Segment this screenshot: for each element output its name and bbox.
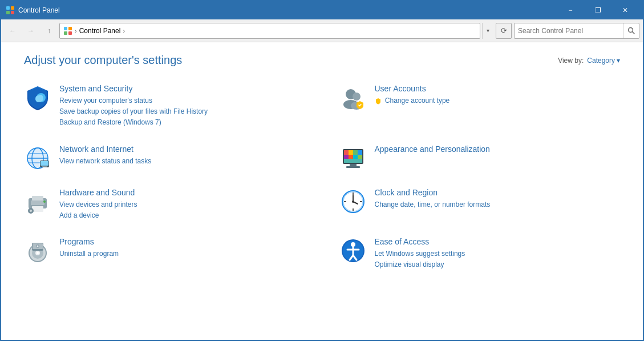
- search-box: [514, 23, 639, 39]
- svg-line-9: [633, 32, 635, 34]
- clock-region-link-1[interactable]: Change date, time, or number formats: [375, 199, 491, 210]
- category-network-internet: Network and Internet View network status…: [24, 141, 305, 175]
- svg-rect-2: [6, 11, 10, 14]
- category-clock-region: Clock and Region Change date, time, or n…: [339, 184, 621, 224]
- programs-text: Programs Uninstall a program: [59, 237, 119, 259]
- system-security-title[interactable]: System and Security: [59, 84, 208, 93]
- breadcrumb-control-panel[interactable]: Control Panel: [79, 27, 121, 35]
- forward-button[interactable]: →: [23, 23, 39, 39]
- address-path[interactable]: › Control Panel ›: [59, 23, 480, 39]
- svg-rect-29: [358, 150, 362, 155]
- svg-point-61: [37, 245, 39, 247]
- hardware-sound-text: Hardware and Sound View devices and prin…: [59, 188, 137, 221]
- category-system-security: System and Security Review your computer…: [24, 81, 305, 132]
- network-internet-link-1[interactable]: View network status and tasks: [59, 156, 151, 167]
- svg-rect-23: [42, 166, 47, 167]
- view-by-control: View by: Category ▾: [558, 57, 620, 65]
- svg-rect-40: [32, 206, 43, 212]
- user-accounts-title[interactable]: User Accounts: [375, 84, 450, 93]
- ease-of-access-link-2[interactable]: Optimize visual display: [375, 259, 465, 270]
- hardware-sound-icon: [24, 188, 51, 215]
- clock-region-title[interactable]: Clock and Region: [375, 188, 491, 197]
- network-internet-text: Network and Internet View network status…: [59, 145, 151, 167]
- category-hardware-sound: Hardware and Sound View devices and prin…: [24, 184, 305, 224]
- title-bar-left: Control Panel: [6, 6, 60, 15]
- ease-of-access-title[interactable]: Ease of Access: [375, 237, 465, 246]
- system-security-text: System and Security Review your computer…: [59, 84, 208, 129]
- network-internet-icon: [24, 145, 51, 172]
- category-appearance: Appearance and Personalization: [339, 141, 621, 175]
- svg-rect-27: [349, 150, 353, 155]
- ease-of-access-icon: [339, 237, 367, 264]
- svg-rect-38: [31, 200, 44, 205]
- svg-rect-3: [11, 11, 14, 14]
- category-user-accounts: User Accounts Change account type: [339, 81, 621, 132]
- hardware-sound-link-1[interactable]: View devices and printers: [59, 199, 137, 210]
- viewby-chevron-icon: ▾: [617, 57, 620, 65]
- page-header: Adjust your computer's settings View by:…: [24, 54, 620, 67]
- svg-rect-6: [64, 31, 67, 35]
- close-button[interactable]: ✕: [612, 2, 638, 19]
- title-bar-controls: − ❐ ✕: [557, 2, 638, 19]
- system-security-link-1[interactable]: Review your computer's status: [59, 95, 208, 106]
- ease-of-access-text: Ease of Access Let Windows suggest setti…: [375, 237, 465, 270]
- minimize-button[interactable]: −: [557, 2, 584, 19]
- svg-rect-26: [344, 150, 349, 155]
- appearance-text: Appearance and Personalization: [375, 145, 490, 156]
- programs-title[interactable]: Programs: [59, 237, 119, 246]
- programs-link-1[interactable]: Uninstall a program: [59, 248, 119, 259]
- address-dropdown-button[interactable]: ▾: [482, 23, 493, 39]
- folder-icon: [63, 26, 72, 35]
- restore-button[interactable]: ❐: [585, 2, 611, 19]
- main-content: Adjust your computer's settings View by:…: [1, 42, 643, 341]
- hardware-sound-link-2[interactable]: Add a device: [59, 210, 137, 221]
- network-internet-title[interactable]: Network and Internet: [59, 145, 151, 154]
- svg-rect-33: [358, 155, 362, 159]
- svg-rect-5: [68, 27, 72, 30]
- svg-rect-34: [344, 159, 362, 163]
- title-bar-title: Control Panel: [18, 6, 60, 14]
- svg-rect-39: [32, 196, 43, 200]
- svg-rect-36: [346, 166, 360, 168]
- breadcrumb-sep-1: ›: [75, 27, 77, 34]
- up-button[interactable]: ↑: [41, 23, 57, 39]
- programs-icon: [24, 237, 51, 264]
- search-input[interactable]: [515, 27, 623, 35]
- svg-rect-30: [344, 155, 349, 159]
- title-bar: Control Panel − ❐ ✕: [1, 1, 643, 19]
- hardware-sound-title[interactable]: Hardware and Sound: [59, 188, 137, 197]
- back-button[interactable]: ←: [5, 23, 21, 39]
- svg-point-13: [353, 93, 361, 101]
- viewby-value: Category: [587, 57, 615, 65]
- system-security-icon: [24, 84, 51, 111]
- clock-region-icon: [339, 188, 367, 215]
- svg-point-41: [43, 200, 46, 203]
- system-security-link-3[interactable]: Backup and Restore (Windows 7): [59, 117, 208, 128]
- svg-rect-1: [11, 6, 14, 10]
- svg-rect-32: [353, 155, 358, 159]
- viewby-dropdown[interactable]: Category ▾: [587, 57, 620, 65]
- ease-of-access-link-1[interactable]: Let Windows suggest settings: [375, 248, 465, 259]
- categories-grid: System and Security Review your computer…: [24, 81, 620, 274]
- clock-region-text: Clock and Region Change date, time, or n…: [375, 188, 491, 210]
- viewby-label: View by:: [558, 57, 584, 65]
- category-programs: Programs Uninstall a program: [24, 234, 305, 274]
- refresh-button[interactable]: ⟳: [496, 23, 512, 39]
- system-security-link-2[interactable]: Save backup copies of your files with Fi…: [59, 106, 208, 117]
- svg-rect-31: [349, 155, 353, 159]
- search-button[interactable]: [623, 23, 639, 39]
- user-accounts-text: User Accounts Change account type: [375, 84, 450, 106]
- page-title: Adjust your computer's settings: [24, 54, 182, 67]
- control-panel-icon: [6, 6, 15, 15]
- appearance-title[interactable]: Appearance and Personalization: [375, 145, 490, 154]
- svg-point-52: [352, 200, 354, 203]
- svg-rect-22: [40, 161, 48, 166]
- svg-point-43: [30, 210, 32, 212]
- address-bar: ← → ↑ › Control Panel › ▾ ⟳: [1, 19, 643, 42]
- svg-rect-28: [353, 150, 358, 155]
- breadcrumb-sep-2: ›: [123, 27, 125, 34]
- svg-rect-35: [350, 164, 357, 166]
- user-accounts-link-1[interactable]: Change account type: [375, 95, 450, 106]
- svg-rect-7: [68, 31, 72, 35]
- user-accounts-icon: [339, 84, 367, 111]
